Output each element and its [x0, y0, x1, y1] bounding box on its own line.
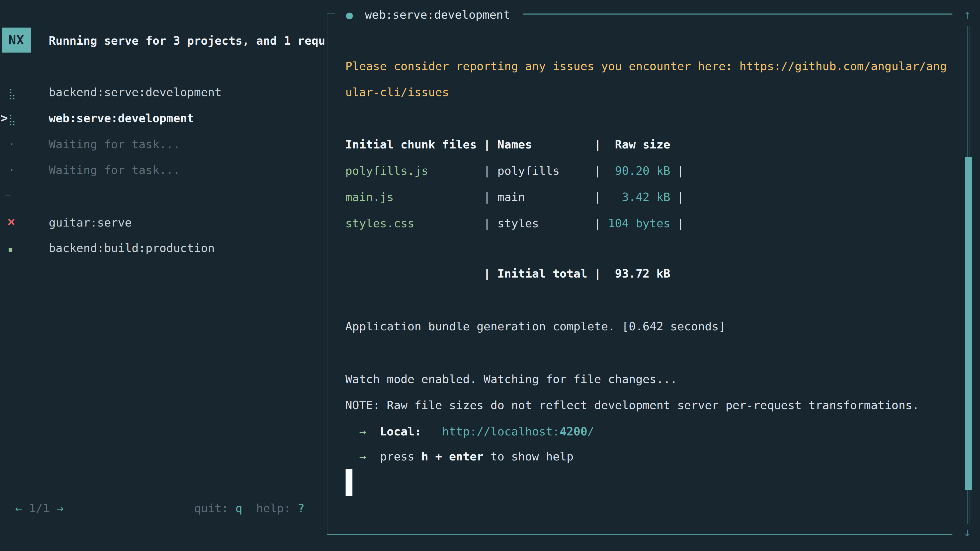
bundle-complete-line: Application bundle generation complete. …	[345, 319, 725, 334]
note-line: NOTE: Raw file sizes do not reflect deve…	[345, 397, 919, 413]
chunk-table-header: Initial chunk files | Names | Raw size	[345, 137, 670, 152]
panel-border-left	[327, 13, 328, 534]
table-row: polyfills.js | polyfills | 90.20 kB |	[345, 163, 684, 179]
issue-notice-line-2[interactable]: ular-cli/issues	[345, 84, 449, 100]
row-end-pipe: |	[670, 190, 684, 204]
spinner-icon: ⣧	[8, 86, 16, 102]
pager: ← 1/1 →	[15, 500, 64, 516]
key-h: h	[422, 450, 428, 463]
scrollbar-thumb[interactable]	[965, 157, 972, 490]
pager-next-arrow-icon[interactable]: →	[57, 502, 64, 515]
panel-border-top	[523, 14, 953, 14]
sidebar-task-backend-serve[interactable]: backend:serve:development	[49, 84, 221, 100]
plus-sign: +	[428, 450, 449, 463]
chunk-raw-size: 104 bytes	[601, 217, 670, 230]
pager-current: 1/1	[29, 502, 49, 515]
table-row: styles.css | styles | 104 bytes |	[345, 216, 684, 231]
selected-task-pointer-icon: >	[0, 110, 8, 126]
quit-hint-label: quit:	[194, 502, 235, 515]
task-failed-x-icon: ×	[7, 214, 16, 230]
watch-mode-line: Watch mode enabled. Watching for file ch…	[345, 372, 677, 387]
local-label: Local:	[380, 425, 422, 438]
sidebar-task-guitar-serve[interactable]: guitar:serve	[49, 215, 132, 230]
key-enter: enter	[449, 450, 484, 463]
table-row: main.js | main | 3.42 kB |	[345, 189, 684, 205]
nx-logo-badge: NX	[2, 27, 30, 52]
scroll-up-arrow-icon[interactable]: ↑	[964, 6, 971, 22]
task-status-bullet-icon: ●	[346, 7, 353, 23]
chunk-name-cell: | styles |	[484, 217, 601, 230]
sidebar-task-waiting-2[interactable]: Waiting for task...	[49, 162, 180, 178]
keyboard-hints: quit: q help: ?	[194, 500, 305, 516]
pager-prev-arrow-icon[interactable]: ←	[15, 502, 22, 515]
initial-total-row: | Initial total | 93.72 kB	[345, 266, 670, 282]
issue-notice-line-1[interactable]: Please consider reporting any issues you…	[345, 59, 947, 74]
help-key: ?	[298, 502, 304, 515]
row-end-pipe: |	[670, 164, 684, 178]
sidebar-task-waiting-1[interactable]: Waiting for task...	[49, 137, 180, 152]
show-help-text: to show help	[484, 450, 573, 463]
localhost-url-link[interactable]: http://localhost:	[442, 425, 560, 438]
scroll-down-arrow-icon[interactable]: ↓	[964, 524, 971, 540]
help-hint-label: help:	[242, 502, 298, 515]
panel-border-bottom	[327, 534, 953, 535]
task-success-square-icon: ▪	[8, 241, 13, 257]
pager-position	[22, 502, 29, 515]
waiting-dot-icon: ·	[8, 162, 15, 178]
chunk-file-name: polyfills.js	[345, 164, 484, 178]
chunk-file-name: main.js	[345, 190, 484, 204]
panel-title: web:serve:development	[365, 7, 510, 23]
localhost-url-slash[interactable]: /	[587, 425, 594, 438]
chunk-raw-size: 3.42 kB	[601, 190, 670, 204]
localhost-port[interactable]: 4200	[560, 425, 587, 438]
pager-gap	[49, 502, 56, 515]
help-hint-line: → press h + enter to show help	[345, 449, 573, 465]
arrow-icon: →	[345, 425, 380, 438]
sidebar-title: Running serve for 3 projects, and 1 requ	[49, 33, 325, 49]
arrow-icon: →	[345, 450, 380, 463]
local-gap	[422, 425, 442, 438]
waiting-dot-icon: ·	[8, 137, 15, 152]
chunk-name-cell: | polyfills |	[484, 164, 601, 178]
sidebar-task-backend-build[interactable]: backend:build:production	[49, 240, 215, 256]
chunk-raw-size: 90.20 kB	[601, 164, 670, 178]
sidebar-task-web-serve[interactable]: web:serve:development	[49, 110, 194, 126]
chunk-file-name: styles.css	[345, 217, 484, 230]
row-end-pipe: |	[670, 217, 684, 230]
local-url-line: → Local: http://localhost:4200/	[345, 424, 594, 440]
spinner-icon: ⣧	[8, 112, 16, 127]
press-word: press	[380, 450, 422, 463]
panel-border-top-stub	[327, 13, 335, 14]
quit-key: q	[235, 502, 242, 515]
chunk-name-cell: | main |	[484, 190, 601, 204]
terminal-block-cursor	[345, 469, 352, 495]
